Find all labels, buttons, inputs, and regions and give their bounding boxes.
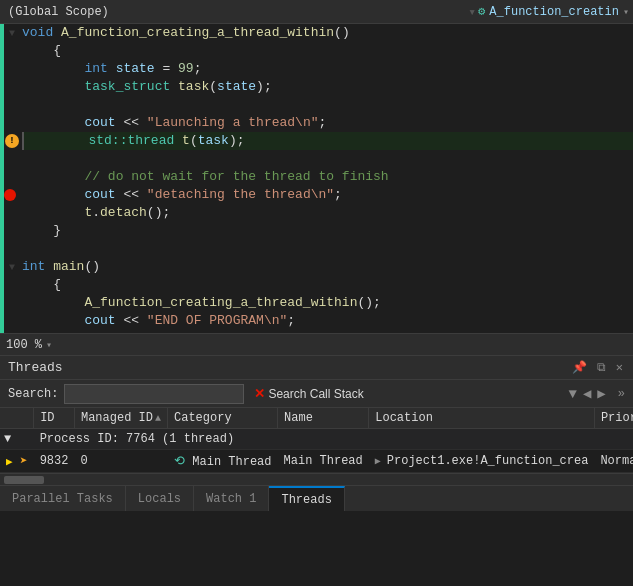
code-line: [0, 96, 633, 114]
line-content: {: [20, 276, 633, 294]
tab-locals-label: Locals: [138, 492, 181, 506]
collapse-icon2: ▼: [9, 262, 15, 273]
process-label: Process ID: 7764 (1 thread): [34, 429, 633, 450]
code-editor[interactable]: ▼ void A_function_creating_a_thread_with…: [0, 24, 633, 334]
code-line: [0, 150, 633, 168]
sort-arrow: ▲: [155, 413, 161, 424]
line-content: {: [20, 42, 633, 60]
function-name: A_function_creatin: [489, 5, 619, 19]
line-content: [20, 150, 633, 168]
table-row[interactable]: ▶ ➤ 9832 0 ⟲ Main Thread Main Thread ▶ P…: [0, 450, 633, 473]
code-line: }: [0, 222, 633, 240]
prev-filter-button[interactable]: ◀: [581, 385, 593, 402]
search-input[interactable]: [69, 387, 239, 401]
filter-buttons: ▼ ◀ ▶: [567, 385, 608, 402]
more-button[interactable]: »: [618, 387, 625, 401]
line-content: int main(): [20, 258, 633, 276]
line-content: int state = 99;: [20, 60, 633, 78]
line-content: A_function_creating_a_thread_within();: [20, 294, 633, 312]
divider: ▾: [468, 4, 476, 20]
code-line: t.detach();: [0, 204, 633, 222]
tab-threads-label: Threads: [281, 493, 331, 507]
line-content: }: [20, 222, 633, 240]
zoom-level[interactable]: 100 %: [6, 338, 42, 352]
location-arrow-icon: ▶: [375, 456, 387, 467]
line-content: // do not wait for the thread to finish: [20, 168, 633, 186]
tab-threads[interactable]: Threads: [269, 486, 344, 511]
zoom-dropdown-arrow[interactable]: ▾: [46, 339, 52, 351]
line-content: task_struct task(state);: [20, 78, 633, 96]
zoom-bar: 100 % ▾: [0, 334, 633, 356]
filter-icon[interactable]: ▼: [567, 386, 579, 402]
function-dropdown-arrow: ▾: [623, 6, 629, 18]
search-x-icon: ✕: [254, 386, 265, 401]
top-bar: (Global Scope) ▾ ⚙ A_function_creatin ▾: [0, 0, 633, 24]
col-name: Name: [278, 408, 369, 429]
thread-id-cell: 9832: [34, 450, 75, 473]
gutter-warning: !: [2, 132, 22, 150]
thread-location-cell: ▶ Project1.exe!A_function_crea: [369, 450, 595, 473]
table-header: ID Managed ID▲ Category Name Location Pr…: [0, 408, 633, 429]
search-call-stack-button[interactable]: ✕ Search Call Stack: [250, 386, 367, 401]
col-category: Category: [168, 408, 278, 429]
close-button[interactable]: ✕: [614, 360, 625, 375]
tab-parallel-tasks-label: Parallel Tasks: [12, 492, 113, 506]
thread-category-label: Main Thread: [192, 455, 271, 469]
col-flag: [0, 408, 34, 429]
thread-name-cell: Main Thread: [278, 450, 369, 473]
breakpoint-icon2: [4, 333, 16, 334]
scrollbar-thumb[interactable]: [4, 476, 44, 484]
thread-category-cell: ⟲ Main Thread: [168, 450, 278, 473]
scope-selector[interactable]: (Global Scope): [4, 5, 466, 19]
panel-title: Threads: [8, 360, 63, 375]
panel-tools: 📌 ⧉ ✕: [570, 360, 625, 375]
thread-location-label: Project1.exe!A_function_crea: [387, 454, 589, 468]
line-content: [20, 240, 633, 258]
code-line: cout << "END OF PROGRAM\n";: [0, 312, 633, 330]
tab-watch1[interactable]: Watch 1: [194, 486, 269, 511]
code-line: task_struct task(state);: [0, 78, 633, 96]
col-managed-id[interactable]: Managed ID▲: [74, 408, 167, 429]
threads-table: ID Managed ID▲ Category Name Location Pr…: [0, 408, 633, 473]
thread-category-icon: ⟲: [174, 454, 193, 469]
code-line: {: [0, 42, 633, 60]
code-line: cout << "Launching a thread\n";: [0, 114, 633, 132]
col-location: Location: [369, 408, 595, 429]
horizontal-scrollbar[interactable]: [0, 473, 633, 485]
thread-flag-cell: ▶ ➤: [0, 450, 34, 473]
current-code-line: ! std::thread t(task);: [0, 132, 633, 150]
function-icon: ⚙: [478, 4, 485, 19]
code-line: {: [0, 276, 633, 294]
line-content: t.detach();: [20, 204, 633, 222]
code-line: [0, 240, 633, 258]
line-content: [20, 96, 633, 114]
breakpoint-icon: [4, 189, 16, 201]
next-filter-button[interactable]: ▶: [595, 385, 607, 402]
process-row: ▼ Process ID: 7764 (1 thread): [0, 429, 633, 450]
active-thread-arrow: ▶: [6, 456, 13, 468]
search-bar: Search: ✕ Search Call Stack ▼ ◀ ▶ »: [0, 380, 633, 408]
code-line: return 0;: [0, 330, 633, 334]
code-line: cout << "detaching the thread\n";: [0, 186, 633, 204]
line-content: cout << "detaching the thread\n";: [20, 186, 633, 204]
search-input-wrap[interactable]: [64, 384, 244, 404]
line-content: std::thread t(task);: [22, 132, 633, 150]
line-content: cout << "Launching a thread\n";: [20, 114, 633, 132]
thread-priority-cell: Normal: [594, 450, 633, 473]
warning-breakpoint-icon: !: [5, 134, 19, 148]
line-content: cout << "END OF PROGRAM\n";: [20, 312, 633, 330]
float-button[interactable]: ⧉: [595, 361, 608, 375]
code-line: ▼ int main(): [0, 258, 633, 276]
function-selector[interactable]: ⚙ A_function_creatin ▾: [478, 4, 629, 19]
code-line: // do not wait for the thread to finish: [0, 168, 633, 186]
tab-parallel-tasks[interactable]: Parallel Tasks: [0, 486, 126, 511]
code-line: int state = 99;: [0, 60, 633, 78]
line-content: return 0;: [20, 330, 633, 334]
code-line: A_function_creating_a_thread_within();: [0, 294, 633, 312]
thread-arrow-icon: ➤: [20, 454, 28, 469]
col-id: ID: [34, 408, 75, 429]
bottom-tabs: Parallel Tasks Locals Watch 1 Threads: [0, 485, 633, 511]
process-collapse-icon[interactable]: ▼: [0, 429, 34, 450]
tab-locals[interactable]: Locals: [126, 486, 194, 511]
pin-button[interactable]: 📌: [570, 360, 589, 375]
